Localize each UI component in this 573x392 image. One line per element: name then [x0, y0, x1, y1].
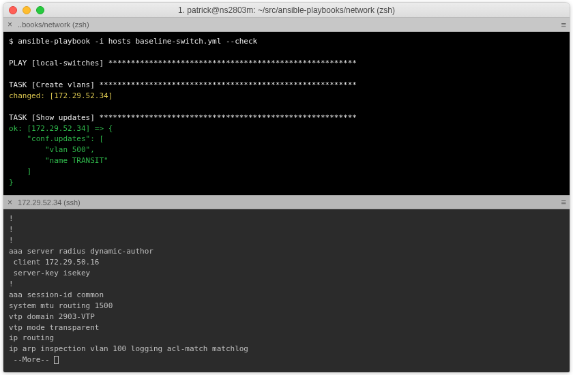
titlebar: 1. patrick@ns2803m: ~/src/ansible-playbo…: [3, 3, 570, 18]
terminal-text: "vlan 500",: [9, 145, 95, 154]
hamburger-icon[interactable]: ≡: [561, 20, 565, 30]
terminal-line: !: [9, 224, 564, 235]
terminal-pane-bottom[interactable]: !!!aaa server radius dynamic-author clie…: [3, 209, 570, 372]
terminal-line: ]: [9, 166, 564, 177]
cursor-icon: [54, 356, 59, 364]
terminal-line: "name TRANSIT": [9, 155, 564, 166]
terminal-text: client 172.29.50.16: [9, 258, 99, 267]
close-tab-icon[interactable]: ×: [8, 20, 12, 29]
terminal-line: system mtu routing 1500: [9, 301, 564, 312]
terminal-text: aaa server radius dynamic-author: [9, 247, 153, 256]
terminal-text: ip arp inspection vlan 100 logging acl-m…: [9, 344, 248, 353]
terminal-line: }: [9, 177, 564, 188]
zoom-icon[interactable]: [36, 6, 44, 14]
terminal-line: !: [9, 279, 564, 290]
terminal-text: "conf.updates": [: [9, 134, 104, 143]
terminal-text: }: [9, 178, 14, 187]
terminal-line: changed: [172.29.52.34]: [9, 91, 564, 102]
terminal-window: 1. patrick@ns2803m: ~/src/ansible-playbo…: [3, 3, 570, 372]
close-icon[interactable]: [9, 6, 17, 14]
terminal-text: server-key isekey: [9, 269, 90, 277]
terminal-text: system mtu routing 1500: [9, 301, 113, 310]
terminal-text: changed: [172.29.52.34]: [9, 91, 113, 100]
terminal-text: !: [9, 214, 14, 223]
terminal-line: "vlan 500",: [9, 145, 564, 155]
terminal-text: aaa session-id common: [9, 290, 104, 299]
terminal-line: [9, 47, 564, 58]
terminal-line: !: [9, 213, 564, 224]
terminal-line: vtp domain 2903-VTP: [9, 312, 564, 322]
terminal-text: ]: [9, 167, 31, 176]
terminal-line: vtp mode transparent: [9, 322, 564, 333]
terminal-line: TASK [Show updates] ********************…: [9, 112, 564, 123]
terminal-text: !: [9, 225, 14, 234]
tab-label[interactable]: ..books/network (zsh): [18, 20, 561, 29]
terminal-text: PLAY [local-switches] ******************…: [9, 59, 357, 67]
close-tab-icon[interactable]: ×: [8, 198, 12, 207]
terminal-text: [9, 102, 14, 111]
terminal-text: ok: [172.29.52.34] => {: [9, 124, 113, 133]
terminal-text: TASK [Create vlans] ********************…: [9, 80, 357, 89]
terminal-text: [9, 48, 14, 57]
terminal-line: ip routing: [9, 333, 564, 344]
terminal-text: vtp mode transparent: [9, 323, 99, 332]
terminal-line: client 172.29.50.16: [9, 257, 564, 268]
traffic-lights: [9, 6, 44, 14]
terminal-line: ip arp inspection vlan 100 logging acl-m…: [9, 344, 564, 355]
terminal-line: !: [9, 235, 564, 246]
terminal-line: PLAY [local-switches] ******************…: [9, 58, 564, 69]
window-title: 1. patrick@ns2803m: ~/src/ansible-playbo…: [3, 5, 570, 15]
terminal-text: ip routing: [9, 333, 54, 342]
terminal-text: --More--: [9, 355, 54, 364]
terminal-text: "name TRANSIT": [9, 156, 108, 165]
terminal-text: vtp domain 2903-VTP: [9, 312, 95, 321]
terminal-line: TASK [Create vlans] ********************…: [9, 80, 564, 91]
tab-bar-bottom: × 172.29.52.34 (ssh) ≡: [3, 195, 570, 209]
terminal-line: $ ansible-playbook -i hosts baseline-swi…: [9, 36, 564, 47]
terminal-text: TASK [Show updates] ********************…: [9, 113, 357, 122]
terminal-text: $ ansible-playbook -i hosts baseline-swi…: [9, 37, 257, 46]
terminal-line: [9, 102, 564, 112]
terminal-text: !: [9, 280, 14, 288]
terminal-line: aaa server radius dynamic-author: [9, 246, 564, 257]
terminal-line: ok: [172.29.52.34] => {: [9, 123, 564, 134]
terminal-line: "conf.updates": [: [9, 134, 564, 145]
terminal-line: aaa session-id common: [9, 290, 564, 301]
terminal-text: !: [9, 236, 14, 245]
terminal-line: --More--: [9, 355, 564, 365]
tab-bar-top: × ..books/network (zsh) ≡: [3, 18, 570, 32]
tab-label[interactable]: 172.29.52.34 (ssh): [18, 198, 561, 207]
terminal-line: server-key isekey: [9, 268, 564, 279]
terminal-pane-top[interactable]: $ ansible-playbook -i hosts baseline-swi…: [3, 32, 570, 195]
minimize-icon[interactable]: [23, 6, 31, 14]
terminal-line: [9, 69, 564, 80]
hamburger-icon[interactable]: ≡: [561, 197, 565, 207]
terminal-text: [9, 70, 14, 78]
